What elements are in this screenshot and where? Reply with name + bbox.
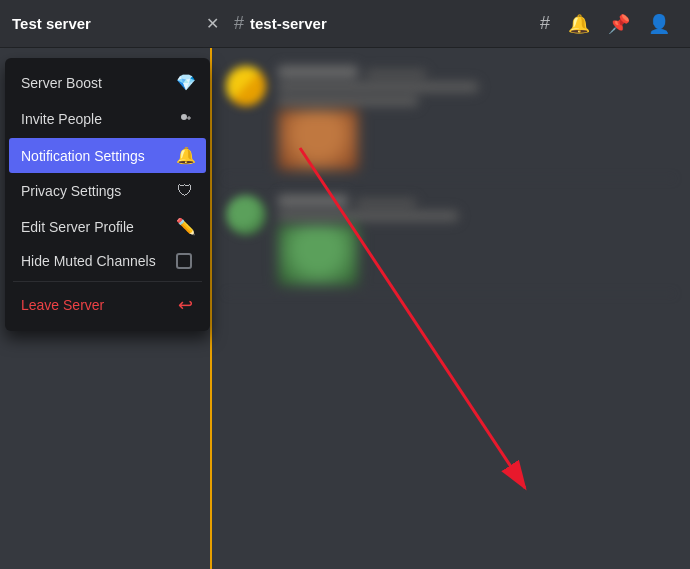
- menu-item-server-boost[interactable]: Server Boost 💎: [9, 65, 206, 100]
- context-menu: Server Boost 💎 Invite People Notificatio…: [5, 58, 210, 331]
- message-image: [278, 225, 358, 285]
- hide-muted-channels-label: Hide Muted Channels: [21, 253, 156, 269]
- notification-settings-icon: 🔔: [176, 146, 194, 165]
- table-row: [226, 187, 674, 294]
- close-button[interactable]: ✕: [202, 14, 222, 34]
- menu-item-hide-muted-channels[interactable]: Hide Muted Channels: [9, 245, 206, 277]
- channel-name: test-server: [250, 15, 327, 32]
- chat-area: [210, 48, 690, 569]
- invite-people-icon: [176, 109, 194, 129]
- menu-item-invite-people[interactable]: Invite People: [9, 101, 206, 137]
- members-icon[interactable]: 👤: [648, 13, 670, 35]
- privacy-settings-icon: 🛡: [176, 182, 194, 200]
- message-content: [278, 195, 674, 285]
- notification-settings-label: Notification Settings: [21, 148, 145, 164]
- menu-item-notification-settings[interactable]: Notification Settings 🔔: [9, 138, 206, 173]
- server-title: Test server: [12, 15, 91, 32]
- message-content: [278, 66, 674, 170]
- chat-messages: [210, 48, 690, 304]
- channel-hash-icon: #: [234, 13, 244, 34]
- server-boost-icon: 💎: [176, 73, 194, 92]
- message-username: [278, 66, 358, 78]
- leave-server-icon: ↩: [176, 294, 194, 316]
- checkbox[interactable]: [176, 253, 192, 269]
- privacy-settings-label: Privacy Settings: [21, 183, 121, 199]
- menu-item-leave-server[interactable]: Leave Server ↩: [9, 286, 206, 324]
- message-text: [278, 211, 458, 221]
- pin-icon[interactable]: 📌: [608, 13, 630, 35]
- avatar: [226, 195, 266, 235]
- server-boost-label: Server Boost: [21, 75, 102, 91]
- edit-server-profile-label: Edit Server Profile: [21, 219, 134, 235]
- message-image: [278, 110, 358, 170]
- menu-separator: [13, 281, 202, 282]
- channel-header: # test-server: [222, 13, 540, 34]
- message-header: [278, 195, 674, 207]
- bell-icon[interactable]: 🔔: [568, 13, 590, 35]
- message-text-short: [278, 96, 418, 106]
- top-bar: Test server ✕ # test-server # 🔔 📌 👤: [0, 0, 690, 48]
- invite-people-label: Invite People: [21, 111, 102, 127]
- message-text: [278, 82, 478, 92]
- server-header: Test server ✕: [12, 14, 222, 34]
- message-timestamp: [366, 70, 426, 78]
- edit-server-profile-icon: ✏️: [176, 217, 194, 236]
- message-timestamp: [356, 199, 416, 207]
- message-header: [278, 66, 674, 78]
- menu-item-edit-server-profile[interactable]: Edit Server Profile ✏️: [9, 209, 206, 244]
- menu-item-privacy-settings[interactable]: Privacy Settings 🛡: [9, 174, 206, 208]
- hashtag-icon[interactable]: #: [540, 13, 550, 34]
- left-border: [210, 48, 212, 569]
- message-username: [278, 195, 348, 207]
- main-content: Server Boost 💎 Invite People Notificatio…: [0, 48, 690, 569]
- avatar: [226, 66, 266, 106]
- hide-muted-channels-icon: [176, 253, 194, 269]
- top-bar-icons: # 🔔 📌 👤: [540, 13, 678, 35]
- leave-server-label: Leave Server: [21, 297, 104, 313]
- table-row: [226, 58, 674, 179]
